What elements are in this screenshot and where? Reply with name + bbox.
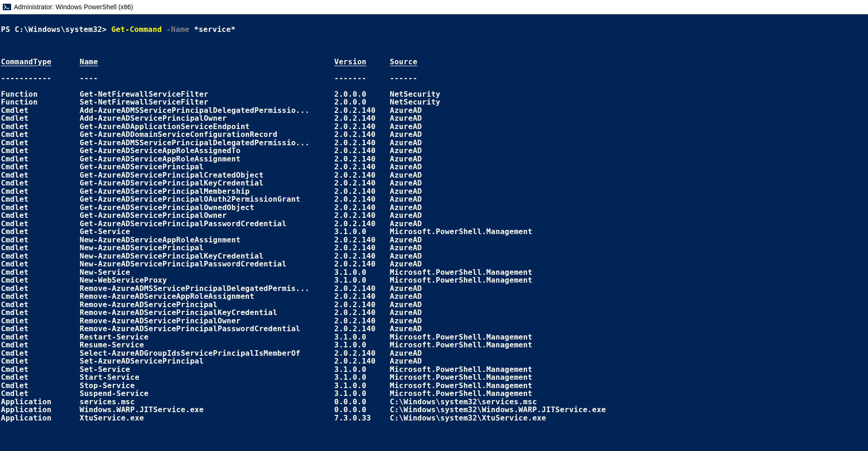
cell-source: C:\Windows\system32\Windows.WARP.JITServ… [390, 406, 867, 414]
cell-version: 2.0.2.140 [334, 284, 390, 293]
table-row: CmdletGet-AzureADServicePrincipalCreated… [1, 171, 867, 179]
cell-name: Stop-Service [80, 382, 334, 390]
cell-name: Start-Service [80, 373, 334, 382]
prompt-param: -Name [167, 25, 190, 34]
table-row: CmdletSet-Service3.1.0.0Microsoft.PowerS… [1, 365, 867, 374]
cell-source: AzureAD [390, 139, 867, 147]
cell-source: AzureAD [390, 349, 867, 358]
cell-commandtype: Cmdlet [1, 373, 80, 382]
table-row: CmdletRemove-AzureADServicePrincipalPass… [1, 325, 867, 333]
cell-commandtype: Cmdlet [1, 179, 80, 187]
cell-version: 0.0.0.0 [334, 406, 390, 414]
table-row: CmdletRemove-AzureADMSServicePrincipalDe… [1, 284, 867, 293]
cell-source: AzureAD [390, 260, 867, 268]
cell-version: 2.0.2.140 [334, 171, 390, 179]
cell-name: Get-AzureADDomainServiceConfigurationRec… [80, 130, 334, 139]
cell-source: AzureAD [390, 309, 867, 317]
table-row: CmdletStop-Service3.1.0.0Microsoft.Power… [1, 382, 867, 390]
prompt-path: PS C:\Windows\system32> [1, 25, 106, 34]
cell-name: Get-AzureADServicePrincipalKeyCredential [80, 179, 334, 187]
header-version: Version [334, 58, 390, 66]
cell-name: Get-AzureADServicePrincipalOAuth2Permiss… [80, 195, 334, 204]
cell-commandtype: Cmdlet [1, 211, 80, 220]
terminal-pane[interactable]: PS C:\Windows\system32> Get-Command -Nam… [0, 14, 868, 451]
cell-name: Get-Service [80, 228, 334, 236]
cell-name: Get-AzureADServiceAppRoleAssignment [80, 155, 334, 163]
cell-source: Microsoft.PowerShell.Management [390, 373, 867, 382]
cell-name: Get-NetFirewallServiceFilter [80, 90, 334, 99]
cell-name: Select-AzureADGroupIdsServicePrincipalIs… [80, 349, 334, 358]
cell-version: 2.0.2.140 [334, 139, 390, 147]
cell-name: New-AzureADServicePrincipalPasswordCrede… [80, 260, 334, 268]
cell-name: New-AzureADServiceAppRoleAssignment [80, 236, 334, 244]
cell-commandtype: Cmdlet [1, 382, 80, 390]
cell-source: AzureAD [390, 301, 867, 309]
cell-commandtype: Cmdlet [1, 317, 80, 325]
cell-name: New-WebServiceProxy [80, 276, 334, 284]
table-row: CmdletRemove-AzureADServicePrincipal2.0.… [1, 301, 867, 309]
cell-source: Microsoft.PowerShell.Management [390, 389, 867, 398]
table-row: CmdletGet-AzureADServicePrincipal2.0.2.1… [1, 163, 867, 171]
cell-commandtype: Application [1, 398, 80, 406]
cell-source: Microsoft.PowerShell.Management [390, 228, 867, 236]
cell-version: 2.0.2.140 [334, 244, 390, 252]
cell-name: XtuService.exe [80, 414, 334, 422]
table-row: CmdletRemove-AzureADServiceAppRoleAssign… [1, 292, 867, 301]
table-row: CmdletNew-AzureADServicePrincipalKeyCred… [1, 252, 867, 260]
cell-source: NetSecurity [390, 90, 867, 99]
cell-source: AzureAD [390, 114, 867, 123]
table-underline-row: ---------------------------- [1, 74, 867, 82]
cell-version: 2.0.2.140 [334, 163, 390, 171]
cell-source: AzureAD [390, 220, 867, 228]
cell-version: 2.0.2.140 [334, 204, 390, 212]
header-source: Source [390, 58, 867, 66]
window-titlebar[interactable]: Administrator: Windows PowerShell (x86) [0, 0, 868, 14]
table-row: Applicationservices.msc0.0.0.0C:\Windows… [1, 398, 867, 406]
table-row: CmdletGet-AzureADServicePrincipalPasswor… [1, 220, 867, 228]
cell-name: Remove-AzureADServiceAppRoleAssignment [80, 292, 334, 301]
cell-version: 2.0.0.0 [334, 98, 390, 106]
cell-source: AzureAD [390, 204, 867, 212]
cell-name: Set-NetFirewallServiceFilter [80, 98, 334, 106]
table-row: CmdletGet-Service3.1.0.0Microsoft.PowerS… [1, 228, 867, 236]
cell-name: Windows.WARP.JITService.exe [80, 406, 334, 414]
cell-commandtype: Cmdlet [1, 163, 80, 171]
cell-source: AzureAD [390, 252, 867, 260]
cell-commandtype: Cmdlet [1, 389, 80, 398]
table-header-row: CommandTypeNameVersionSource [1, 58, 867, 66]
table-row: CmdletSelect-AzureADGroupIdsServicePrinc… [1, 349, 867, 358]
cell-version: 2.0.2.140 [334, 147, 390, 155]
cell-name: Get-AzureADServicePrincipalCreatedObject [80, 171, 334, 179]
cell-version: 2.0.2.140 [334, 114, 390, 123]
cell-version: 2.0.2.140 [334, 179, 390, 187]
cell-commandtype: Application [1, 414, 80, 422]
cell-version: 2.0.2.140 [334, 357, 390, 365]
prompt-line: PS C:\Windows\system32> Get-Command -Nam… [1, 25, 867, 34]
cell-source: Microsoft.PowerShell.Management [390, 365, 867, 374]
cell-commandtype: Cmdlet [1, 147, 80, 155]
table-row: ApplicationXtuService.exe7.3.0.33C:\Wind… [1, 414, 867, 422]
cell-version: 2.0.2.140 [334, 130, 390, 139]
table-row: CmdletGet-AzureADServicePrincipalOAuth2P… [1, 195, 867, 204]
cell-source: Microsoft.PowerShell.Management [390, 276, 867, 284]
cell-commandtype: Application [1, 406, 80, 414]
cell-name: services.msc [80, 398, 334, 406]
cell-source: AzureAD [390, 123, 867, 131]
table-row: CmdletGet-AzureADServicePrincipalKeyCred… [1, 179, 867, 187]
cell-commandtype: Cmdlet [1, 204, 80, 212]
cell-version: 3.1.0.0 [334, 389, 390, 398]
cell-name: Remove-AzureADServicePrincipalOwner [80, 317, 334, 325]
table-row: CmdletNew-WebServiceProxy3.1.0.0Microsof… [1, 276, 867, 284]
cell-commandtype: Cmdlet [1, 268, 80, 277]
table-row: CmdletNew-Service3.1.0.0Microsoft.PowerS… [1, 268, 867, 277]
cell-source: C:\Windows\system32\XtuService.exe [390, 414, 867, 422]
svg-rect-0 [3, 4, 11, 10]
table-row: CmdletGet-AzureADServiceAppRoleAssignmen… [1, 155, 867, 163]
cell-commandtype: Cmdlet [1, 123, 80, 131]
cell-version: 3.1.0.0 [334, 341, 390, 349]
cell-commandtype: Cmdlet [1, 171, 80, 179]
cell-source: AzureAD [390, 284, 867, 293]
cell-source: AzureAD [390, 195, 867, 204]
table-row: CmdletGet-AzureADServicePrincipalOwner2.… [1, 211, 867, 220]
table-row: CmdletRestart-Service3.1.0.0Microsoft.Po… [1, 333, 867, 341]
